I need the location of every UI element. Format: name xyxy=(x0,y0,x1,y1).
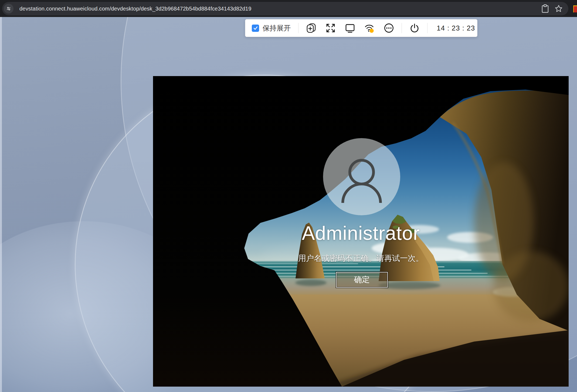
url-text[interactable]: devstation.connect.huaweicloud.com/devde… xyxy=(19,2,252,15)
extension-icon-fragment[interactable] xyxy=(573,5,577,12)
power-icon[interactable] xyxy=(409,23,420,33)
more-options-icon[interactable] xyxy=(384,23,394,33)
site-info-button[interactable] xyxy=(4,4,13,13)
keep-expanded-label[interactable]: 保持展开 xyxy=(263,23,291,33)
browser-topbar: devstation.connect.huaweicloud.com/devde… xyxy=(0,0,577,17)
ok-button[interactable]: 确定 xyxy=(336,272,388,288)
login-error-message: 用户名或密码不正确。请再试一次。 xyxy=(153,253,569,264)
person-icon xyxy=(323,138,400,215)
checkmark-icon xyxy=(253,25,258,31)
toolbar-divider xyxy=(427,23,427,33)
session-toolbar: 保持展开 xyxy=(245,19,477,37)
toolbar-divider xyxy=(402,23,402,33)
session-clock: 14 : 23 : 23 xyxy=(437,24,475,32)
bookmark-star-icon[interactable] xyxy=(554,4,563,13)
toolbar-divider xyxy=(298,23,298,33)
keep-expanded-checkbox[interactable] xyxy=(252,25,259,32)
address-bar[interactable]: devstation.connect.huaweicloud.com/devde… xyxy=(2,2,568,15)
username-text: Administrator xyxy=(153,222,569,244)
wifi-status-icon[interactable] xyxy=(364,23,375,33)
screen: Administrator 用户名或密码不正确。请再试一次。 确定 保持展开 xyxy=(0,0,577,392)
new-session-icon[interactable] xyxy=(306,23,316,33)
tune-icon xyxy=(6,6,11,11)
window-edge-highlight xyxy=(0,17,2,392)
display-icon[interactable] xyxy=(345,23,355,33)
remote-desktop-viewport[interactable]: Administrator 用户名或密码不正确。请再试一次。 确定 xyxy=(153,76,569,387)
fullscreen-icon[interactable] xyxy=(325,23,336,33)
user-avatar xyxy=(323,138,400,215)
clipboard-icon[interactable] xyxy=(541,4,549,13)
